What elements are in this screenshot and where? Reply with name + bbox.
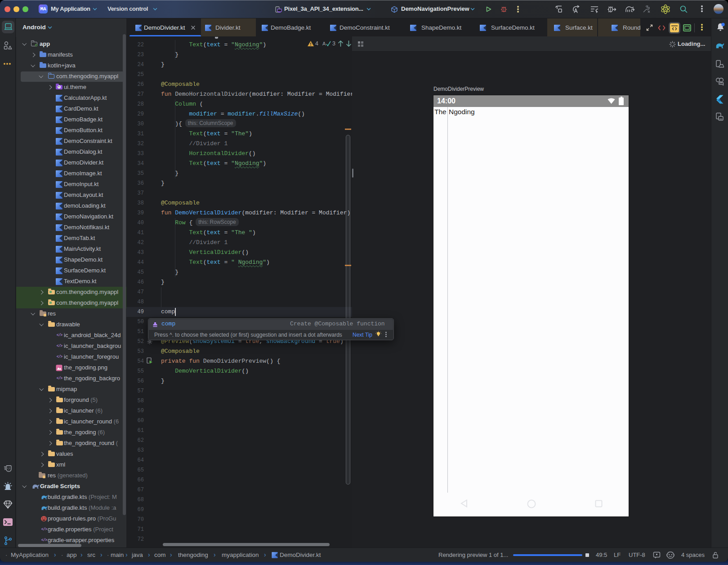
- svg-text:A: A: [322, 41, 326, 46]
